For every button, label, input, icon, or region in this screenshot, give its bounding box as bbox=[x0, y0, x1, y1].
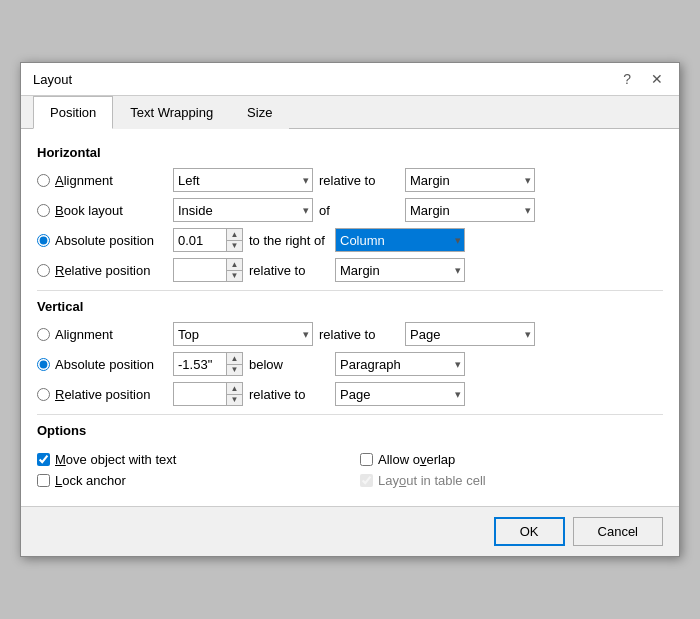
horizontal-section-label: Horizontal bbox=[37, 145, 663, 160]
v-relative-radio[interactable] bbox=[37, 388, 50, 401]
layout-table-text: Layout in table cell bbox=[378, 473, 486, 488]
allow-overlap-text: Allow overlap bbox=[378, 452, 455, 467]
h-absolute-dropdown2[interactable]: ColumnMarginPageCharacter bbox=[335, 228, 465, 252]
v-absolute-spin-arrows: ▲ ▼ bbox=[226, 353, 242, 375]
v-absolute-spin[interactable]: ▲ ▼ bbox=[173, 352, 243, 376]
lock-anchor-checkbox[interactable] bbox=[37, 474, 50, 487]
h-alignment-label: Alignment bbox=[55, 173, 113, 188]
layout-table-label: Layout in table cell bbox=[360, 473, 663, 488]
h-absolute-label: Absolute position bbox=[55, 233, 154, 248]
v-absolute-middle-text: below bbox=[249, 357, 329, 372]
v-absolute-dropdown2-wrapper: ParagraphMarginPageLine bbox=[335, 352, 465, 376]
h-alignment-dropdown1[interactable]: LeftCenterRight bbox=[173, 168, 313, 192]
h-book-radio[interactable] bbox=[37, 204, 50, 217]
v-absolute-radio[interactable] bbox=[37, 358, 50, 371]
v-relative-spin[interactable]: ▲ ▼ bbox=[173, 382, 243, 406]
v-absolute-spin-up[interactable]: ▲ bbox=[227, 353, 242, 365]
divider-2 bbox=[37, 414, 663, 415]
v-relative-radio-label[interactable]: Relative position bbox=[37, 387, 167, 402]
h-alignment-dropdown2[interactable]: MarginPageColumn bbox=[405, 168, 535, 192]
h-relative-dropdown2[interactable]: MarginPageColumn bbox=[335, 258, 465, 282]
h-absolute-radio-label[interactable]: Absolute position bbox=[37, 233, 167, 248]
v-relative-row: Relative position ▲ ▼ relative to PageMa… bbox=[37, 382, 663, 406]
tab-position[interactable]: Position bbox=[33, 96, 113, 129]
h-book-dropdown2[interactable]: MarginPage bbox=[405, 198, 535, 222]
allow-overlap-checkbox[interactable] bbox=[360, 453, 373, 466]
v-alignment-middle-text: relative to bbox=[319, 327, 399, 342]
v-relative-middle-text: relative to bbox=[249, 387, 329, 402]
h-absolute-spin-arrows: ▲ ▼ bbox=[226, 229, 242, 251]
v-relative-spin-input[interactable] bbox=[174, 383, 226, 405]
h-relative-spin-arrows: ▲ ▼ bbox=[226, 259, 242, 281]
h-alignment-dropdown1-wrapper: LeftCenterRight bbox=[173, 168, 313, 192]
v-relative-dropdown2[interactable]: PageMarginParagraphLine bbox=[335, 382, 465, 406]
h-relative-spin-input[interactable] bbox=[174, 259, 226, 281]
ok-button[interactable]: OK bbox=[494, 517, 565, 546]
close-button[interactable]: ✕ bbox=[647, 71, 667, 87]
h-relative-radio[interactable] bbox=[37, 264, 50, 277]
h-absolute-middle-text: to the right of bbox=[249, 233, 329, 248]
h-absolute-spin-input[interactable] bbox=[174, 229, 226, 251]
divider-1 bbox=[37, 290, 663, 291]
h-alignment-middle-text: relative to bbox=[319, 173, 399, 188]
h-relative-middle-text: relative to bbox=[249, 263, 329, 278]
v-absolute-spin-input[interactable] bbox=[174, 353, 226, 375]
h-absolute-spin[interactable]: ▲ ▼ bbox=[173, 228, 243, 252]
v-alignment-dropdown1-wrapper: TopCenterBottomInsideOutside bbox=[173, 322, 313, 346]
v-alignment-label: Alignment bbox=[55, 327, 113, 342]
h-alignment-row: Alignment LeftCenterRight relative to Ma… bbox=[37, 168, 663, 192]
dialog-footer: OK Cancel bbox=[21, 506, 679, 556]
v-alignment-radio[interactable] bbox=[37, 328, 50, 341]
v-absolute-dropdown2[interactable]: ParagraphMarginPageLine bbox=[335, 352, 465, 376]
h-absolute-row: Absolute position ▲ ▼ to the right of Co… bbox=[37, 228, 663, 252]
help-button[interactable]: ? bbox=[619, 71, 635, 87]
h-relative-radio-label[interactable]: Relative position bbox=[37, 263, 167, 278]
layout-dialog: Layout ? ✕ Position Text Wrapping Size H… bbox=[20, 62, 680, 557]
move-with-text-label[interactable]: Move object with text bbox=[37, 452, 340, 467]
h-alignment-radio-label[interactable]: Alignment bbox=[37, 173, 167, 188]
v-relative-spin-arrows: ▲ ▼ bbox=[226, 383, 242, 405]
h-relative-spin-up[interactable]: ▲ bbox=[227, 259, 242, 271]
tab-size[interactable]: Size bbox=[230, 96, 289, 129]
h-book-radio-label[interactable]: Book layout bbox=[37, 203, 167, 218]
layout-table-checkbox bbox=[360, 474, 373, 487]
h-relative-row: Relative position ▲ ▼ relative to Margin… bbox=[37, 258, 663, 282]
v-absolute-radio-label[interactable]: Absolute position bbox=[37, 357, 167, 372]
allow-overlap-label[interactable]: Allow overlap bbox=[360, 452, 663, 467]
h-relative-spin[interactable]: ▲ ▼ bbox=[173, 258, 243, 282]
h-book-label: Book layout bbox=[55, 203, 123, 218]
h-absolute-spin-down[interactable]: ▼ bbox=[227, 241, 242, 252]
v-alignment-dropdown1[interactable]: TopCenterBottomInsideOutside bbox=[173, 322, 313, 346]
h-book-dropdown1[interactable]: InsideOutsideLeftRight bbox=[173, 198, 313, 222]
h-absolute-radio[interactable] bbox=[37, 234, 50, 247]
v-alignment-row: Alignment TopCenterBottomInsideOutside r… bbox=[37, 322, 663, 346]
title-bar-controls: ? ✕ bbox=[619, 71, 667, 87]
v-alignment-dropdown2[interactable]: PageMarginParagraphLine bbox=[405, 322, 535, 346]
cancel-button[interactable]: Cancel bbox=[573, 517, 663, 546]
h-book-dropdown1-wrapper: InsideOutsideLeftRight bbox=[173, 198, 313, 222]
h-book-dropdown2-wrapper: MarginPage bbox=[405, 198, 535, 222]
h-relative-spin-down[interactable]: ▼ bbox=[227, 271, 242, 282]
v-relative-label: Relative position bbox=[55, 387, 150, 402]
v-absolute-row: Absolute position ▲ ▼ below ParagraphMar… bbox=[37, 352, 663, 376]
v-absolute-label: Absolute position bbox=[55, 357, 154, 372]
dialog-title: Layout bbox=[33, 72, 72, 87]
vertical-section-label: Vertical bbox=[37, 299, 663, 314]
h-book-middle-text: of bbox=[319, 203, 399, 218]
h-alignment-radio[interactable] bbox=[37, 174, 50, 187]
h-absolute-spin-up[interactable]: ▲ bbox=[227, 229, 242, 241]
v-alignment-radio-label[interactable]: Alignment bbox=[37, 327, 167, 342]
options-section-label: Options bbox=[37, 423, 663, 438]
options-grid: Move object with text Allow overlap Lock… bbox=[37, 446, 663, 494]
v-absolute-spin-down[interactable]: ▼ bbox=[227, 365, 242, 376]
move-with-text-checkbox[interactable] bbox=[37, 453, 50, 466]
h-alignment-dropdown2-wrapper: MarginPageColumn bbox=[405, 168, 535, 192]
v-relative-spin-down[interactable]: ▼ bbox=[227, 395, 242, 406]
tab-text-wrapping[interactable]: Text Wrapping bbox=[113, 96, 230, 129]
h-absolute-dropdown2-wrapper: ColumnMarginPageCharacter bbox=[335, 228, 465, 252]
lock-anchor-text: Lock anchor bbox=[55, 473, 126, 488]
lock-anchor-label[interactable]: Lock anchor bbox=[37, 473, 340, 488]
v-relative-spin-up[interactable]: ▲ bbox=[227, 383, 242, 395]
h-relative-label: Relative position bbox=[55, 263, 150, 278]
v-alignment-dropdown2-wrapper: PageMarginParagraphLine bbox=[405, 322, 535, 346]
